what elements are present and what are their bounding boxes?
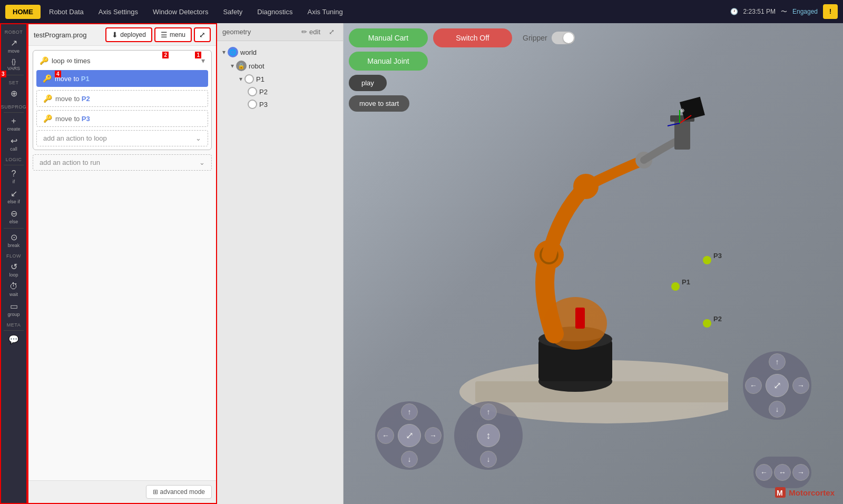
p1-icon xyxy=(244,74,254,84)
sidebar-item-loop[interactable]: ↺ loop xyxy=(1,260,26,280)
alert-button[interactable]: ! xyxy=(823,4,838,19)
sidebar-group-label: group xyxy=(7,312,19,317)
joystick-left-right[interactable]: → xyxy=(425,427,442,444)
joystick-mid-up[interactable]: ↑ xyxy=(480,403,497,420)
world-icon: 🌐 xyxy=(228,47,238,57)
p3-icon xyxy=(248,100,257,109)
sidebar-item-else-if[interactable]: ↙ else if xyxy=(1,186,26,206)
joystick-left-down[interactable]: ↓ xyxy=(401,451,418,468)
time-display: 2:23:51 PM xyxy=(743,8,776,15)
geometry-actions: ✏ edit ⤢ xyxy=(298,26,338,37)
sidebar-item-else[interactable]: ⊖ else xyxy=(1,206,26,226)
vars-icon: {} xyxy=(12,58,16,65)
joystick-mid-down[interactable]: ↓ xyxy=(480,451,497,468)
nav-safety[interactable]: Safety xyxy=(217,5,249,19)
joystick-rb-left[interactable]: ← xyxy=(756,464,772,481)
toggle-knob xyxy=(563,33,574,43)
sidebar-item-wait[interactable]: ⏱ wait xyxy=(1,280,26,299)
nav-status: 🕐 2:23:51 PM 〜 Engaged ! xyxy=(730,4,838,19)
sidebar-item-move[interactable]: ↗ move xyxy=(1,36,26,56)
advanced-mode-icon: ⊞ xyxy=(153,488,158,496)
sidebar-section-logic: LOGIC xyxy=(6,157,22,162)
annotation-2: 2 xyxy=(162,52,169,58)
joystick-left-up[interactable]: ↑ xyxy=(401,403,418,420)
joystick-right-top-circle: ↑ ↓ ← → ⤢ xyxy=(743,351,811,420)
tree-p3[interactable]: P3 xyxy=(244,98,341,111)
expand-button[interactable]: ⤢ xyxy=(194,27,211,42)
geometry-edit-button[interactable]: ✏ edit xyxy=(298,26,324,37)
tree-robot[interactable]: ▾ 🔒 robot xyxy=(228,59,341,73)
move-p2-block[interactable]: 🔑 move to P2 xyxy=(36,90,208,107)
svg-point-17 xyxy=(671,282,680,291)
joystick-rt-center[interactable]: ⤢ xyxy=(766,374,789,397)
play-button[interactable]: play xyxy=(349,75,387,91)
joystick-rt-down[interactable]: ↓ xyxy=(769,401,786,418)
sidebar-item-group[interactable]: ▭ group xyxy=(1,299,26,319)
p2-icon xyxy=(248,87,257,96)
sidebar-call-label: call xyxy=(10,146,17,152)
loop-expand-icon[interactable]: ▾ xyxy=(201,56,205,65)
robot-svg: ⊕ P1 P2 P3 xyxy=(423,65,728,423)
nav-axis-tuning[interactable]: Axis Tuning xyxy=(301,5,349,19)
loop-header[interactable]: 🔑 loop ∞ times ▾ xyxy=(36,54,208,67)
joystick-rb-center[interactable]: ↔ xyxy=(774,464,791,481)
advanced-mode-label: advanced mode xyxy=(160,488,205,496)
joystick-rb-right[interactable]: → xyxy=(792,464,809,481)
sidebar-item-set[interactable]: ⊕ xyxy=(1,86,26,101)
point-p2-label: P2 xyxy=(82,95,90,103)
joystick-rt-left[interactable]: ← xyxy=(745,377,762,394)
tree-p1[interactable]: ▾ P1 xyxy=(236,73,341,85)
sidebar-item-create[interactable]: + create xyxy=(1,114,26,134)
sidebar-if-label: if xyxy=(13,179,15,184)
joystick-right-bottom-circle: ← ↔ → xyxy=(753,457,811,488)
svg-text:P2: P2 xyxy=(713,315,722,323)
divider-5 xyxy=(4,330,24,331)
sidebar-item-break[interactable]: ⊙ break xyxy=(1,230,26,250)
nav-robot-data[interactable]: Robot Data xyxy=(43,5,90,19)
nav-window-detectors[interactable]: Window Detectors xyxy=(146,5,214,19)
loop-title: loop ∞ times xyxy=(52,56,201,65)
joystick-mid-center[interactable]: ↕ xyxy=(477,424,500,447)
program-content: 🔑 loop ∞ times ▾ 🔑 move to P1 🔑 move to … xyxy=(28,46,216,480)
sidebar-move-label: move xyxy=(8,48,19,54)
sidebar-item-if[interactable]: ? if xyxy=(1,167,26,186)
joystick-rt-right[interactable]: → xyxy=(792,377,809,394)
move-icon: ↗ xyxy=(11,38,17,48)
move-p1-block[interactable]: 🔑 move to P1 xyxy=(36,70,208,87)
geometry-expand-button[interactable]: ⤢ xyxy=(326,26,338,37)
p1-chevron: ▾ xyxy=(239,75,242,83)
comment-icon: 💬 xyxy=(8,334,19,344)
menu-button[interactable]: ☰ menu xyxy=(154,27,192,42)
joystick-left-left[interactable]: ← xyxy=(377,427,394,444)
move-to-start-button[interactable]: move to start xyxy=(349,95,409,112)
joystick-right-top-group: ↑ ↓ ← → ⤢ xyxy=(743,351,811,420)
engaged-status: Engaged xyxy=(792,8,818,15)
edit-label: edit xyxy=(309,28,320,36)
sidebar-item-call[interactable]: ↩ call xyxy=(1,134,26,154)
topnav: HOME Robot Data Axis Settings Window Det… xyxy=(0,0,843,23)
deployed-button[interactable]: ⬇ deployed xyxy=(105,27,152,42)
geometry-tree: ▾ 🌐 world ▾ 🔒 robot ▾ P1 P2 xyxy=(217,41,343,504)
tree-world[interactable]: ▾ 🌐 world xyxy=(219,45,341,59)
manual-joint-button[interactable]: Manual Joint xyxy=(349,52,428,71)
joystick-rt-up[interactable]: ↑ xyxy=(769,353,786,370)
sidebar-section-robot: ROBOT xyxy=(5,29,23,35)
geometry-panel: geometry ✏ edit ⤢ ▾ 🌐 world ▾ 🔒 robot xyxy=(217,23,344,504)
nav-axis-settings[interactable]: Axis Settings xyxy=(92,5,144,19)
joystick-left-center[interactable]: ⤢ xyxy=(398,424,421,447)
gripper-toggle[interactable] xyxy=(552,32,575,44)
add-action-loop-button[interactable]: add an action to loop ⌄ xyxy=(36,130,208,146)
else-icon: ⊖ xyxy=(11,209,17,219)
manual-cart-button[interactable]: Manual Cart xyxy=(349,28,428,47)
advanced-mode-button[interactable]: ⊞ advanced mode xyxy=(146,485,212,499)
tree-p2[interactable]: P2 xyxy=(244,85,341,98)
move-p3-block[interactable]: 🔑 move to P3 xyxy=(36,110,208,127)
menu-label: menu xyxy=(170,31,185,38)
nav-diagnostics[interactable]: Diagnostics xyxy=(251,5,299,19)
divider-4 xyxy=(4,228,24,229)
sidebar-item-comment[interactable]: 💬 xyxy=(1,332,26,347)
home-nav-button[interactable]: HOME xyxy=(5,5,41,19)
add-action-run-button[interactable]: add an action to run ⌄ xyxy=(33,154,212,171)
annotation-1: 1 xyxy=(195,52,201,58)
switch-off-button[interactable]: Switch Off xyxy=(433,28,512,47)
